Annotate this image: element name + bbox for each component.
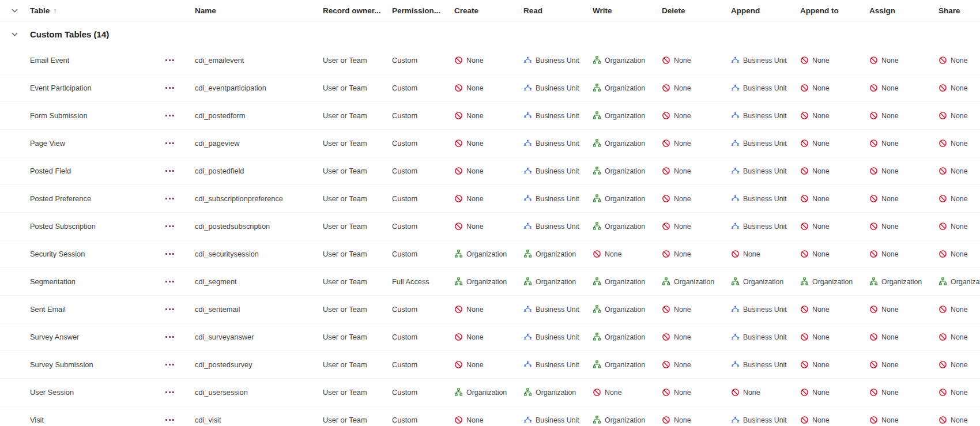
column-header-append-to[interactable]: Append to	[798, 6, 868, 15]
permission-cell-create[interactable]: Organization	[453, 388, 522, 397]
table-row[interactable]: Survey Submission cdi_postedsurvey User …	[0, 351, 980, 379]
more-options-button[interactable]	[164, 306, 175, 312]
permission-cell-delete[interactable]: None	[660, 139, 729, 148]
permission-cell-read[interactable]: Organization	[522, 388, 591, 397]
column-header-assign[interactable]: Assign	[868, 6, 937, 15]
column-header-append[interactable]: Append	[729, 6, 798, 15]
table-row[interactable]: Posted Preference cdi_subscriptionprefer…	[0, 185, 980, 213]
permission-cell-assign[interactable]: None	[868, 222, 937, 231]
permission-cell-assign[interactable]: None	[868, 111, 937, 120]
table-row[interactable]: Event Participation cdi_eventparticipati…	[0, 74, 980, 102]
permission-cell-delete[interactable]: None	[660, 333, 729, 341]
permission-cell-append-to[interactable]: None	[798, 333, 868, 341]
permission-cell-share[interactable]: None	[937, 56, 980, 65]
permission-cell-append[interactable]: Business Unit	[729, 360, 798, 369]
permission-cell-create[interactable]: None	[453, 305, 522, 314]
more-options-button[interactable]	[164, 85, 175, 91]
permission-cell-delete[interactable]: None	[660, 416, 729, 424]
permission-cell-read[interactable]: Business Unit	[522, 167, 591, 175]
permission-cell-assign[interactable]: None	[868, 333, 937, 341]
permission-cell-share[interactable]: None	[937, 111, 980, 120]
permission-cell-create[interactable]: Organization	[453, 277, 522, 286]
permission-cell-append-to[interactable]: None	[798, 56, 868, 65]
permission-cell-assign[interactable]: Organization	[868, 277, 937, 286]
permission-cell-share[interactable]: None	[937, 360, 980, 369]
permission-cell-create[interactable]: Organization	[453, 250, 522, 258]
permission-cell-assign[interactable]: None	[868, 167, 937, 175]
table-row[interactable]: Posted Subscription cdi_postedsubscripti…	[0, 213, 980, 240]
collapse-group-button[interactable]	[0, 31, 29, 38]
permission-cell-assign[interactable]: None	[868, 360, 937, 369]
permission-cell-assign[interactable]: None	[868, 56, 937, 65]
permission-cell-assign[interactable]: None	[868, 250, 937, 258]
table-row[interactable]: Segmentation cdi_segment User or Team Fu…	[0, 268, 980, 296]
permission-cell-write[interactable]: Organization	[591, 360, 660, 369]
permission-cell-append[interactable]: None	[729, 388, 798, 397]
permission-cell-write[interactable]: None	[591, 388, 660, 397]
permission-cell-share[interactable]: Organization	[937, 277, 980, 286]
table-row[interactable]: Survey Answer cdi_surveyanswer User or T…	[0, 323, 980, 351]
permission-cell-append[interactable]: Business Unit	[729, 139, 798, 148]
permission-cell-write[interactable]: None	[591, 250, 660, 258]
permission-cell-read[interactable]: Business Unit	[522, 56, 591, 65]
permission-cell-append[interactable]: Business Unit	[729, 56, 798, 65]
permission-cell-delete[interactable]: None	[660, 360, 729, 369]
permission-cell-append[interactable]: Business Unit	[729, 333, 798, 341]
permission-cell-share[interactable]: None	[937, 250, 980, 258]
permission-cell-read[interactable]: Business Unit	[522, 305, 591, 314]
permission-cell-assign[interactable]: None	[868, 139, 937, 148]
group-header-row[interactable]: Custom Tables (14)	[0, 21, 980, 47]
permission-cell-write[interactable]: Organization	[591, 84, 660, 92]
permission-cell-share[interactable]: None	[937, 305, 980, 314]
permission-cell-assign[interactable]: None	[868, 416, 937, 424]
permission-cell-create[interactable]: None	[453, 139, 522, 148]
permission-cell-write[interactable]: Organization	[591, 167, 660, 175]
permission-cell-append[interactable]: Business Unit	[729, 222, 798, 231]
permission-cell-share[interactable]: None	[937, 222, 980, 231]
permission-cell-write[interactable]: Organization	[591, 194, 660, 203]
permission-cell-share[interactable]: None	[937, 388, 980, 397]
permission-cell-append-to[interactable]: None	[798, 139, 868, 148]
permission-cell-append-to[interactable]: None	[798, 84, 868, 92]
permission-cell-delete[interactable]: None	[660, 388, 729, 397]
column-header-share[interactable]: Share	[937, 6, 980, 15]
expand-all-button[interactable]	[0, 7, 29, 14]
permission-cell-delete[interactable]: None	[660, 305, 729, 314]
permission-cell-share[interactable]: None	[937, 416, 980, 424]
permission-cell-delete[interactable]: None	[660, 194, 729, 203]
permission-cell-assign[interactable]: None	[868, 388, 937, 397]
column-header-record-owner[interactable]: Record owner...	[323, 6, 392, 15]
permission-cell-append[interactable]: None	[729, 250, 798, 258]
permission-cell-delete[interactable]: None	[660, 250, 729, 258]
permission-cell-share[interactable]: None	[937, 139, 980, 148]
more-options-button[interactable]	[164, 195, 175, 202]
permission-cell-create[interactable]: None	[453, 111, 522, 120]
permission-cell-read[interactable]: Business Unit	[522, 139, 591, 148]
permission-cell-append-to[interactable]: None	[798, 250, 868, 258]
permission-cell-append-to[interactable]: Organization	[798, 277, 868, 286]
permission-cell-append[interactable]: Business Unit	[729, 111, 798, 120]
permission-cell-delete[interactable]: None	[660, 111, 729, 120]
permission-cell-assign[interactable]: None	[868, 194, 937, 203]
permission-cell-create[interactable]: None	[453, 84, 522, 92]
permission-cell-share[interactable]: None	[937, 333, 980, 341]
more-options-button[interactable]	[164, 223, 175, 229]
permission-cell-append-to[interactable]: None	[798, 194, 868, 203]
permission-cell-create[interactable]: None	[453, 56, 522, 65]
permission-cell-share[interactable]: None	[937, 167, 980, 175]
column-header-table[interactable]: Table↑	[29, 6, 164, 15]
permission-cell-append-to[interactable]: None	[798, 360, 868, 369]
table-row[interactable]: Security Session cdi_securitysession Use…	[0, 240, 980, 268]
table-row[interactable]: Email Event cdi_emailevent User or Team …	[0, 47, 980, 74]
permission-cell-write[interactable]: Organization	[591, 222, 660, 231]
column-header-permission[interactable]: Permission...	[392, 6, 453, 15]
permission-cell-write[interactable]: Organization	[591, 416, 660, 424]
column-header-create[interactable]: Create	[453, 6, 522, 15]
permission-cell-read[interactable]: Business Unit	[522, 194, 591, 203]
permission-cell-write[interactable]: Organization	[591, 333, 660, 341]
permission-cell-assign[interactable]: None	[868, 305, 937, 314]
permission-cell-read[interactable]: Organization	[522, 277, 591, 286]
permission-cell-append[interactable]: Business Unit	[729, 84, 798, 92]
permission-cell-append-to[interactable]: None	[798, 305, 868, 314]
permission-cell-create[interactable]: None	[453, 167, 522, 175]
